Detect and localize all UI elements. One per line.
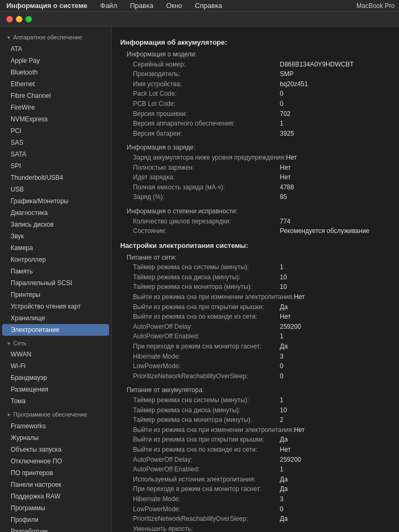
ac-autopoweroff-delay-row: AutoPowerOff Delay: 259200	[120, 322, 390, 332]
ac-display-sleep-label: Таймер режима сна монитора (минуты):	[120, 282, 280, 292]
ac-display-dim-label: При переходе в режим сна монитор гаснет:	[120, 342, 280, 352]
batt-power-source-label: Используемый источник электропитания:	[120, 475, 280, 485]
sidebar-item-prefpanes[interactable]: Панели настроек	[0, 479, 111, 491]
sidebar-item-bluetooth[interactable]: Bluetooth	[0, 66, 111, 78]
sidebar-item-volumes[interactable]: Тома	[0, 395, 111, 407]
health-title-label: Информация о степени исправности:	[120, 206, 280, 217]
capacity-value: 4788	[280, 182, 390, 193]
batt-prioritize-row: PrioritizeNetworkReachabilityOverSleep: …	[120, 514, 390, 524]
batt-wake-power-row: Выйти из режима сна при изменении электр…	[120, 425, 390, 435]
sidebar-item-apps[interactable]: Программы	[0, 502, 111, 514]
charging-value: Нет	[280, 172, 390, 182]
ac-autopoweroff-delay-value: 259200	[280, 322, 390, 332]
sidebar-item-frameworks[interactable]: Frameworks	[0, 420, 111, 432]
pack-lot-value: 0	[280, 89, 390, 99]
sidebar-item-storage[interactable]: Хранилище	[0, 312, 111, 324]
sidebar-item-controller[interactable]: Контроллер	[0, 254, 111, 265]
sidebar-item-disks[interactable]: Запись дисков	[0, 219, 111, 230]
chevron-down-icon: ▼	[6, 412, 12, 419]
sidebar-item-wifi[interactable]: Wi-Fi	[0, 360, 111, 372]
sidebar-item-printer-sw[interactable]: ПО принтеров	[0, 467, 111, 479]
battery-model-title-row: Информация о модели:	[120, 49, 390, 60]
sidebar-item-raw[interactable]: Поддержка RAW	[0, 491, 111, 502]
batt-power-source-row: Используемый источник электропитания: Да	[120, 475, 390, 485]
sidebar-item-firewire[interactable]: FireWire	[0, 102, 111, 113]
sidebar-item-thunderbolt[interactable]: Thunderbolt/USB4	[0, 172, 111, 184]
ac-lowpower-value: 0	[280, 361, 390, 371]
menu-app[interactable]: Информация о системе	[4, 1, 89, 11]
sidebar-item-sas[interactable]: SAS	[0, 137, 111, 148]
menu-window[interactable]: Окно	[164, 1, 184, 11]
sidebar-item-spi[interactable]: SPI	[0, 160, 111, 172]
sidebar-item-locations[interactable]: Размещения	[0, 384, 111, 395]
sidebar-item-sound[interactable]: Звук	[0, 230, 111, 242]
sidebar-item-graphics[interactable]: Графика/Мониторы	[0, 195, 111, 207]
pack-lot-row: Pack Lot Code: 0	[120, 89, 390, 99]
sidebar-item-diagnostics[interactable]: Диагностика	[0, 207, 111, 219]
close-button[interactable]	[6, 16, 13, 22]
sidebar: ▼ Аппаратное обеспечение ATA Apple Pay B…	[0, 27, 112, 532]
batt-display-sleep-label: Таймер режима сна монитора (минуты):	[120, 415, 280, 425]
main-window: ▼ Аппаратное обеспечение ATA Apple Pay B…	[0, 12, 399, 532]
battery-model-label: Информация о модели:	[120, 49, 280, 60]
batt-system-sleep-row: Таймер режима сна системы (минуты): 1	[120, 395, 390, 405]
sidebar-item-firewall[interactable]: Брандмауэр	[0, 372, 111, 384]
sidebar-item-applepay[interactable]: Apple Pay	[0, 55, 111, 66]
batt-display-sleep-value: 2	[280, 415, 390, 425]
batt-title-label: Питание от аккумулятора:	[120, 385, 280, 395]
chevron-down-icon: ▼	[6, 35, 12, 42]
sidebar-item-disabled-sw[interactable]: Отключенное ПО	[0, 455, 111, 467]
maximize-button[interactable]	[26, 16, 32, 22]
sidebar-item-cardreader[interactable]: Устройство чтения карт	[0, 301, 111, 312]
capacity-label: Полная емкость заряда (мА·ч):	[120, 182, 280, 193]
sidebar-item-power[interactable]: Электропитание	[2, 324, 109, 336]
batt-hibernate-mode-label: Hibernate Mode:	[120, 494, 280, 504]
ac-system-sleep-value: 1	[280, 262, 390, 272]
ac-power-group: Питание от сети: Таймер режима сна систе…	[120, 253, 390, 381]
sidebar-item-profiles[interactable]: Профили	[0, 514, 111, 526]
batt-wake-network-label: Выйти из режима сна по команде из сети:	[120, 445, 280, 455]
ac-hibernate-mode-row: Hibernate Mode: 3	[120, 352, 390, 362]
menu-file[interactable]: Файл	[98, 1, 119, 11]
sidebar-item-parallel[interactable]: Параллельный SCSI	[0, 277, 111, 289]
batt-lowpower-row: LowPowerMode: 0	[120, 504, 390, 514]
sidebar-section-software[interactable]: ▼ Программное обеспечение	[0, 409, 111, 420]
sidebar-item-memory[interactable]: Память	[0, 265, 111, 277]
sidebar-item-fibrechannel[interactable]: Fibre Channel	[0, 90, 111, 102]
menu-bar: Информация о системе Файл Правка Окно Сп…	[0, 0, 399, 12]
batt-display-dim-value: Да	[280, 484, 390, 494]
sidebar-item-pci[interactable]: PCI	[0, 125, 111, 137]
batt-autopoweroff-enabled-row: AutoPowerOff Enabled: 1	[120, 464, 390, 475]
ac-wake-network-label: Выйти из режима сна по команде из сети:	[120, 312, 280, 322]
ac-wake-power-value: Нет	[294, 292, 390, 302]
minimize-button[interactable]	[16, 16, 22, 22]
ac-wake-power-label: Выйти из режима сна при изменении электр…	[120, 292, 294, 302]
sidebar-item-sata[interactable]: SATA	[0, 148, 111, 160]
charge-info-title-label: Информация о заряде:	[120, 143, 280, 153]
fully-charged-label: Полностью заряжен:	[120, 163, 280, 173]
sidebar-item-launch[interactable]: Объекты запуска	[0, 444, 111, 455]
sidebar-item-wwan[interactable]: WWAN	[0, 348, 111, 360]
battery-section-title: Информация об аккумуляторе:	[120, 38, 390, 46]
sidebar-item-ata[interactable]: ATA	[0, 43, 111, 55]
ac-hibernate-mode-label: Hibernate Mode:	[120, 352, 280, 362]
batt-wake-lid-value: Да	[280, 435, 390, 445]
sidebar-section-network[interactable]: ▼ Сеть	[0, 338, 111, 349]
sidebar-item-developer[interactable]: Разработчик	[0, 526, 111, 533]
charge-info-title-row: Информация о заряде:	[120, 143, 390, 153]
batt-lowpower-label: LowPowerMode:	[120, 504, 280, 514]
menu-help[interactable]: Справка	[193, 1, 224, 11]
ac-display-sleep-value: 10	[280, 282, 390, 292]
sidebar-item-camera[interactable]: Камера	[0, 242, 111, 254]
sidebar-section-hardware[interactable]: ▼ Аппаратное обеспечение	[0, 32, 111, 43]
sidebar-item-usb[interactable]: USB	[0, 184, 111, 195]
menu-edit[interactable]: Правка	[128, 1, 155, 11]
sidebar-item-nvmexpress[interactable]: NVMExpress	[0, 113, 111, 125]
batt-autopoweroff-enabled-label: AutoPowerOff Enabled:	[120, 464, 280, 475]
sidebar-item-ethernet[interactable]: Ethernet	[0, 78, 111, 90]
sidebar-item-logs[interactable]: Журналы	[0, 432, 111, 444]
capacity-row: Полная емкость заряда (мА·ч): 4788	[120, 182, 390, 193]
cycle-count-label: Количество циклов перезарядки:	[120, 217, 280, 227]
sidebar-item-printers[interactable]: Принтеры	[0, 289, 111, 301]
batt-disk-sleep-value: 10	[280, 405, 390, 415]
